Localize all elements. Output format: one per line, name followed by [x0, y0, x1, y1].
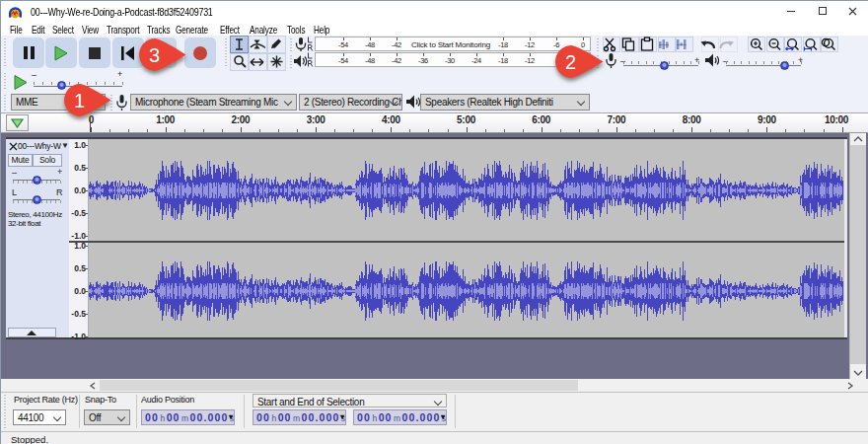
svg-text:2: 2: [564, 51, 575, 73]
svg-text:1: 1: [73, 90, 84, 111]
svg-text:3: 3: [148, 44, 159, 66]
